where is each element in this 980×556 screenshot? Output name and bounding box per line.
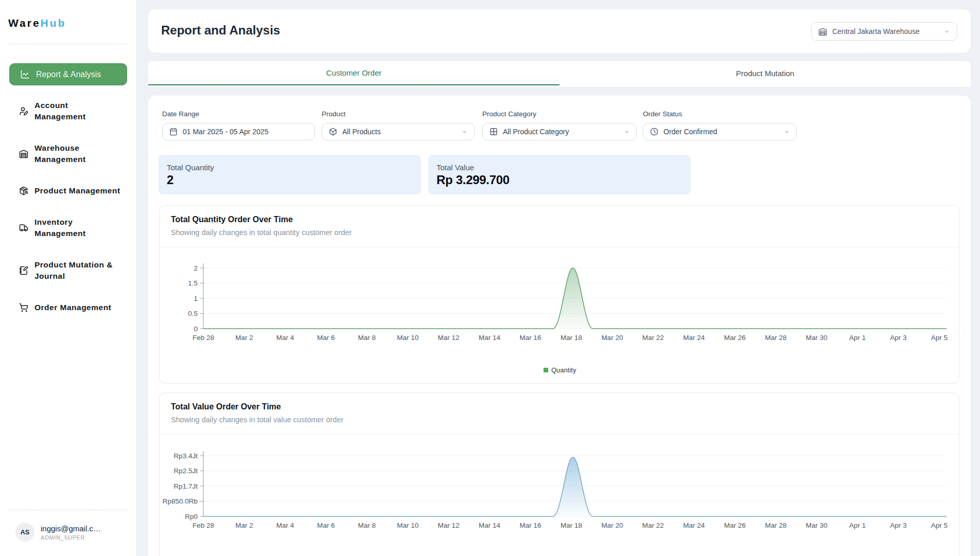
svg-text:2: 2 [194,264,198,272]
svg-text:Mar 8: Mar 8 [358,334,376,342]
svg-text:Rp1.7Jt: Rp1.7Jt [173,482,198,490]
svg-text:Rp850.0Rb: Rp850.0Rb [163,497,198,505]
svg-text:Mar 2: Mar 2 [235,522,253,529]
svg-text:Rp3.4Jt: Rp3.4Jt [173,452,198,460]
svg-text:Quantity: Quantity [551,366,576,374]
svg-text:0: 0 [194,325,198,333]
svg-text:Apr 1: Apr 1 [849,334,866,342]
svg-text:Mar 24: Mar 24 [683,334,705,342]
svg-text:Mar 10: Mar 10 [397,522,418,529]
svg-text:Apr 3: Apr 3 [890,522,906,529]
svg-text:Mar 28: Mar 28 [765,522,786,529]
svg-text:Mar 18: Mar 18 [561,522,582,529]
svg-text:Mar 20: Mar 20 [601,522,623,529]
svg-text:Feb 28: Feb 28 [192,522,214,529]
svg-text:1.5: 1.5 [188,279,198,287]
svg-text:Mar 6: Mar 6 [317,334,335,342]
svg-text:Mar 4: Mar 4 [276,334,294,342]
svg-text:Mar 6: Mar 6 [317,522,335,529]
svg-text:Mar 22: Mar 22 [642,334,664,342]
svg-text:Mar 2: Mar 2 [235,334,253,342]
svg-text:Mar 30: Mar 30 [806,522,828,529]
svg-text:Apr 1: Apr 1 [849,522,866,529]
svg-text:Mar 16: Mar 16 [519,334,541,342]
svg-text:Feb 28: Feb 28 [192,334,214,342]
svg-text:Mar 18: Mar 18 [561,334,582,342]
svg-text:Mar 10: Mar 10 [397,334,418,342]
svg-text:Apr 5: Apr 5 [931,522,948,529]
svg-text:Mar 12: Mar 12 [438,334,460,342]
svg-text:Mar 14: Mar 14 [479,522,501,529]
svg-text:Mar 16: Mar 16 [519,522,541,529]
svg-text:Mar 28: Mar 28 [765,334,786,342]
svg-text:Mar 20: Mar 20 [601,334,623,342]
svg-text:Mar 30: Mar 30 [806,334,828,342]
svg-text:Mar 8: Mar 8 [358,522,376,529]
svg-text:Mar 4: Mar 4 [276,522,294,529]
svg-text:Rp0: Rp0 [185,513,198,521]
svg-text:Mar 26: Mar 26 [724,522,746,529]
svg-text:Apr 5: Apr 5 [931,334,948,342]
svg-text:Mar 12: Mar 12 [438,522,460,529]
svg-text:0.5: 0.5 [188,310,198,317]
svg-text:Mar 26: Mar 26 [724,334,746,342]
svg-text:Mar 24: Mar 24 [683,522,705,529]
svg-text:Apr 3: Apr 3 [890,334,906,342]
svg-text:Rp2.5Jt: Rp2.5Jt [173,467,198,475]
svg-text:Mar 14: Mar 14 [479,334,501,342]
svg-text:1: 1 [194,295,198,302]
svg-text:Mar 22: Mar 22 [642,522,664,529]
